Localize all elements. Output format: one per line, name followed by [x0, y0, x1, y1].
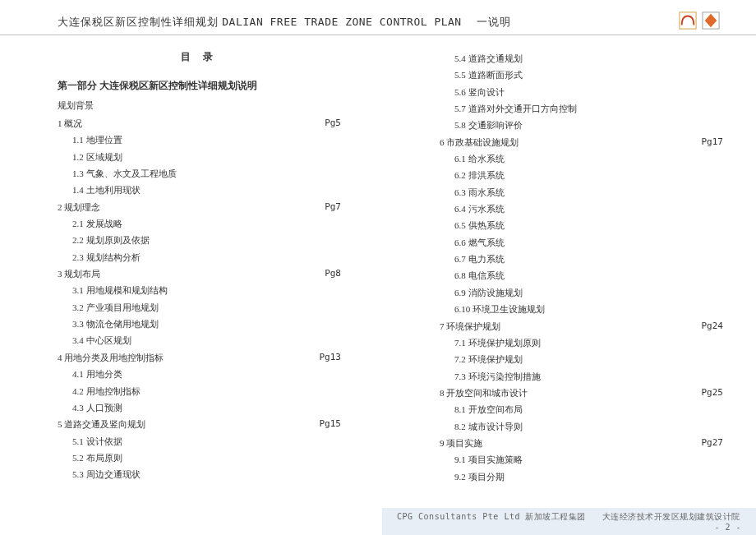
toc-section-label: 9 项目实施 [440, 435, 482, 451]
toc-subitem: 8.2 城市设计导则 [440, 418, 723, 435]
toc-left-column: 目 录 第一部分 大连保税区新区控制性详细规划说明 规划背景 1 概况 Pg5 … [58, 50, 390, 485]
toc-subitem-label: 6.6 燃气系统 [454, 234, 505, 251]
toc-subitem-label: 3.1 用地规模和规划结构 [72, 282, 168, 298]
toc-subitem-label: 1.4 土地利用现状 [72, 182, 141, 198]
toc-section-label: 6 市政基础设施规划 [440, 134, 519, 150]
footer-page: - 2 - [714, 523, 741, 532]
toc-subitem-label: 3.2 产业项目用地规划 [72, 299, 159, 316]
toc-subitem-label: 8.1 开放空间布局 [454, 401, 523, 417]
toc-subitem: 5.2 布局原则 [58, 450, 341, 466]
toc-section-label: 5 道路交通及竖向规划 [58, 416, 145, 432]
toc-right-column: 5.4 道路交通规划 5.5 道路断面形式 5.6 竖向设计 5.7 道路对外交… [390, 50, 723, 485]
toc-page-ref: Pg15 [320, 416, 342, 432]
toc-subitem: 1.3 气象、水文及工程地质 [58, 165, 341, 182]
toc-subitem: 6.3 雨水系统 [440, 184, 723, 201]
toc-subitem-label: 5.8 交通影响评价 [454, 117, 523, 133]
part1-heading: 第一部分 大连保税区新区控制性详细规划说明 [58, 79, 341, 93]
toc-subitem: 5.1 设计依据 [58, 433, 341, 450]
toc-heading: 目 录 [58, 50, 341, 64]
toc-subitem: 5.4 道路交通规划 [440, 50, 723, 67]
doc-header: 大连保税区新区控制性详细规划 DALIAN FREE TRADE ZONE CO… [0, 0, 756, 35]
toc-page-ref: Pg27 [702, 435, 724, 451]
toc-subitem-label: 4.2 用地控制指标 [72, 383, 141, 399]
toc-section-label: 3 规划布局 [58, 265, 100, 282]
toc-subitem-label: 6.1 给水系统 [454, 150, 505, 167]
toc-page-ref: Pg24 [702, 318, 724, 334]
toc-subitem: 6.9 消防设施规划 [440, 284, 723, 301]
toc-subitem: 6.7 电力系统 [440, 251, 723, 267]
toc-section: 1 概况 Pg5 [58, 115, 341, 131]
toc-subitem: 7.2 环境保护规划 [440, 351, 723, 367]
toc-subitem-label: 5.5 道路断面形式 [454, 67, 523, 83]
toc-subitem: 6.1 给水系统 [440, 150, 723, 167]
toc-page-ref: Pg13 [320, 349, 342, 366]
toc-section-label: 1 概况 [58, 115, 82, 131]
toc-subitem-label: 2.2 规划原则及依据 [72, 232, 150, 248]
toc-section: 6 市政基础设施规划 Pg17 [440, 134, 723, 150]
toc-subitem-label: 6.10 环境卫生设施规划 [454, 301, 545, 317]
toc-page-ref: Pg7 [325, 199, 341, 215]
toc-subitem-label: 1.3 气象、水文及工程地质 [72, 165, 177, 182]
toc-subitem: 2.2 规划原则及依据 [58, 232, 341, 248]
toc-content: 目 录 第一部分 大连保税区新区控制性详细规划说明 规划背景 1 概况 Pg5 … [0, 35, 756, 485]
toc-subitem-label: 9.1 项目实施策略 [454, 451, 523, 468]
toc-section-label: 4 用地分类及用地控制指标 [58, 349, 164, 366]
toc-subitem-label: 3.3 物流仓储用地规划 [72, 316, 159, 332]
toc-subitem-label: 5.1 设计依据 [72, 433, 122, 450]
toc-subitem-label: 6.3 雨水系统 [454, 184, 505, 201]
toc-subitem: 9.2 项目分期 [440, 468, 723, 485]
toc-section: 4 用地分类及用地控制指标 Pg13 [58, 349, 341, 366]
toc-subitem: 1.4 土地利用现状 [58, 182, 341, 198]
toc-section-label: 8 开放空间和城市设计 [440, 385, 528, 401]
header-title: 大连保税区新区控制性详细规划 DALIAN FREE TRADE ZONE CO… [58, 15, 511, 30]
toc-subitem: 3.2 产业项目用地规划 [58, 299, 341, 316]
toc-page-ref: Pg5 [325, 115, 341, 131]
toc-subitem: 1.2 区域规划 [58, 149, 341, 165]
toc-subitem: 6.10 环境卫生设施规划 [440, 301, 723, 317]
toc-subitem: 1.1 地理位置 [58, 131, 341, 148]
header-title-en: DALIAN FREE TRADE ZONE CONTROL PLAN [222, 16, 461, 28]
toc-subitem-label: 4.3 人口预测 [72, 399, 122, 416]
toc-subitem: 6.5 供热系统 [440, 217, 723, 233]
toc-subitem-label: 7.1 环境保护规划原则 [454, 334, 541, 351]
header-title-tag: 一说明 [477, 16, 511, 28]
toc-subitem: 2.1 发展战略 [58, 215, 341, 232]
footer-org1: CPG Consultants Pte Ltd 新加坡工程集团 [397, 512, 586, 521]
toc-subitem-label: 5.7 道路对外交通开口方向控制 [454, 100, 577, 117]
toc-subitem-label: 6.7 电力系统 [454, 251, 505, 267]
partner-logo-icon [702, 12, 720, 30]
toc-subitem: 4.3 人口预测 [58, 399, 341, 416]
toc-section: 9 项目实施 Pg27 [440, 435, 723, 451]
toc-subitem-label: 6.5 供热系统 [454, 217, 505, 233]
toc-page-ref: Pg8 [325, 265, 341, 282]
toc-subitem-label: 6.2 排洪系统 [454, 167, 505, 183]
footer-org2: 大连经济技术开发区规划建筑设计院 [602, 512, 740, 521]
toc-subitem-label: 1.1 地理位置 [72, 131, 122, 148]
toc-section: 7 环境保护规划 Pg24 [440, 318, 723, 334]
toc-subitem: 5.8 交通影响评价 [440, 117, 723, 133]
toc-subitem-label: 2.1 发展战略 [72, 215, 122, 232]
toc-subitem: 3.3 物流仓储用地规划 [58, 316, 341, 332]
toc-subitem: 2.3 规划结构分析 [58, 249, 341, 265]
toc-section: 3 规划布局 Pg8 [58, 265, 341, 282]
header-logos [679, 12, 723, 30]
toc-subitem: 5.3 周边交通现状 [58, 466, 341, 482]
toc-subitem: 6.4 污水系统 [440, 201, 723, 217]
toc-subitem: 7.3 环境污染控制措施 [440, 368, 723, 385]
toc-subitem-label: 2.3 规划结构分析 [72, 249, 141, 265]
background-label: 规划背景 [58, 99, 341, 112]
toc-section-label: 7 环境保护规划 [440, 318, 500, 334]
toc-subitem-label: 3.4 中心区规划 [72, 332, 131, 348]
toc-subitem-label: 5.6 竖向设计 [454, 84, 505, 100]
toc-section-label: 2 规划理念 [58, 199, 100, 215]
toc-subitem-label: 7.3 环境污染控制措施 [454, 368, 541, 385]
toc-subitem: 5.7 道路对外交通开口方向控制 [440, 100, 723, 117]
toc-subitem: 8.1 开放空间布局 [440, 401, 723, 417]
toc-subitem-label: 7.2 环境保护规划 [454, 351, 523, 367]
toc-subitem-label: 5.3 周边交通现状 [72, 466, 141, 482]
header-title-cn: 大连保税区新区控制性详细规划 [58, 16, 219, 28]
toc-subitem-label: 4.1 用地分类 [72, 366, 122, 382]
toc-section: 2 规划理念 Pg7 [58, 199, 341, 215]
toc-subitem-label: 6.9 消防设施规划 [454, 284, 523, 301]
toc-subitem-label: 5.2 布局原则 [72, 450, 122, 466]
